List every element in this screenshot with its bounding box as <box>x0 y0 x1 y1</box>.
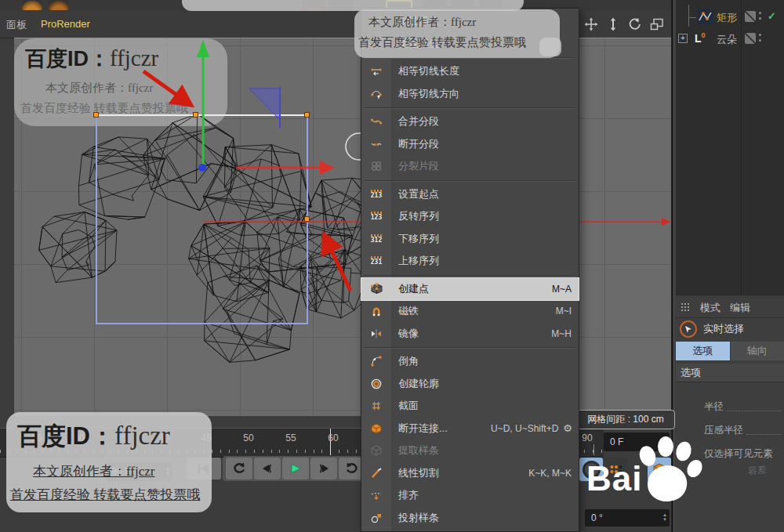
menu-item-bevel[interactable]: 倒角 <box>361 350 579 373</box>
menu-item-move-down-sequence[interactable]: 312 下移序列 <box>361 228 579 251</box>
menu-item-reverse-sequence[interactable]: 123 反转序列 <box>361 205 579 228</box>
menu-item-disconnect[interactable]: 断开连接... U~D, U~Shift+D ⚙ <box>361 418 579 440</box>
options-section-header[interactable]: 选项 <box>676 364 784 382</box>
menu-item-label: 相等切线方向 <box>398 87 459 101</box>
goto-end-icon <box>344 462 360 475</box>
keyframe-dots-button[interactable] <box>604 458 628 481</box>
context-menu: 刚性插值 柔性插值 相等切线长度 相等切线方向 合并分段 断开分段 分裂片段 <box>361 8 579 532</box>
watermark-author-line: 本文原创作者：ffjczr <box>33 462 155 480</box>
rotate-icon[interactable] <box>627 16 643 32</box>
object-name-rectangle[interactable]: 矩形 <box>717 11 737 25</box>
attribute-manager: 模式 编辑 实时选择 选项 轴向 选项 半径 压感半径 仅选择可见元素 容差 <box>676 298 784 532</box>
menu-item-label: 排齐 <box>398 488 419 502</box>
menu-item-shortcut: M~A <box>552 284 579 295</box>
toggle-view-icon[interactable] <box>649 16 665 32</box>
menu-item-label: 下移序列 <box>398 232 439 246</box>
object-name-cloud[interactable]: 云朵 <box>717 33 737 47</box>
pan-icon[interactable] <box>583 16 599 32</box>
am-grid-icon[interactable] <box>681 302 691 313</box>
loop-back-icon <box>231 462 247 475</box>
menu-item-mirror[interactable]: 镜像 M~H <box>361 323 579 346</box>
cloud-object-icon[interactable]: L0 <box>695 31 712 46</box>
magnet-icon <box>361 306 391 317</box>
grid-spacing-value: 网格间距 : 100 cm <box>587 413 663 426</box>
timeline-tick-label: 60 <box>328 432 338 443</box>
end-frame-field[interactable]: 0 F ▲▼ <box>604 432 670 451</box>
menu-item-label: 分裂片段 <box>398 159 439 173</box>
menu-prorender[interactable]: ProRender <box>41 18 90 30</box>
menu-item-equal-tangent-direction[interactable]: 相等切线方向 <box>361 83 579 106</box>
menu-item-label: 磁铁 <box>398 304 419 318</box>
tab-options[interactable]: 选项 <box>676 342 730 360</box>
object-row-cloud[interactable]: + L0 云朵 <box>676 30 784 49</box>
menu-item-equal-tangent-length[interactable]: 相等切线长度 <box>361 60 579 83</box>
layer-icon[interactable] <box>745 11 756 22</box>
layer-icon[interactable] <box>745 33 756 44</box>
linear-cut-icon <box>361 468 391 479</box>
end-frame-value: 0 F <box>610 436 623 447</box>
toolbar-icon[interactable] <box>22 0 42 10</box>
cross-section-icon <box>361 400 391 411</box>
next-frame-button[interactable] <box>310 458 337 480</box>
menu-item-label: 镜像 <box>398 327 419 341</box>
property-radius: 半径 <box>704 398 782 414</box>
visibility-dots-icon[interactable] <box>759 34 761 42</box>
prev-frame-button[interactable] <box>254 458 281 480</box>
am-header: 模式 编辑 <box>676 298 784 318</box>
menu-separator <box>361 273 579 278</box>
menu-item-label: 断开连接... <box>398 422 448 436</box>
menu-item-split-fragment[interactable]: 分裂片段 <box>361 155 579 178</box>
play-button[interactable] <box>282 458 309 480</box>
menu-item-merge-segments[interactable]: 合并分段 <box>361 110 579 133</box>
am-menu-edit[interactable]: 编辑 <box>730 301 750 315</box>
toolbar-icon[interactable] <box>49 0 69 10</box>
menu-panel[interactable]: 面板 <box>6 18 27 32</box>
record-position-button[interactable]: P <box>579 458 603 481</box>
align-icon <box>361 490 391 501</box>
menu-item-extract-spline[interactable]: 提取样条 <box>361 440 579 462</box>
autokey-button[interactable] <box>648 458 671 481</box>
annotation-arrow-1 <box>143 71 190 104</box>
menu-item-project-spline[interactable]: 投射样条 <box>361 507 579 530</box>
menu-item-linear-cut[interactable]: 线性切割 K~K, M~K <box>361 462 579 485</box>
tree-line <box>688 5 689 27</box>
extract-spline-icon <box>361 445 391 456</box>
menu-item-label: 断开分段 <box>398 137 439 151</box>
menu-item-label: 截面 <box>398 399 419 413</box>
property-label: 压感半径 <box>704 424 743 437</box>
menu-item-move-up-sequence[interactable]: 231 上移序列 <box>361 250 579 273</box>
stepper-icon[interactable]: ▲▼ <box>662 436 667 446</box>
timeline-tick-label: 50 <box>243 432 253 443</box>
menu-item-break-segments[interactable]: 断开分段 <box>361 133 579 156</box>
tool-name: 实时选择 <box>703 322 744 336</box>
stepper-icon[interactable]: ▲▼ <box>662 512 667 522</box>
expand-icon[interactable]: + <box>678 34 688 43</box>
disconnect-icon <box>361 423 391 434</box>
zoom-icon[interactable] <box>605 16 621 32</box>
watermark-author-line: 本文原创作者：ffjczr <box>368 15 476 30</box>
tab-axis[interactable]: 轴向 <box>730 342 784 360</box>
property-label: 仅选择可见元素 <box>704 447 773 461</box>
menu-item-cross-section[interactable]: 截面 <box>361 395 579 418</box>
angle-field[interactable]: 0 ° ▲▼ <box>585 509 670 527</box>
spline-object-icon[interactable] <box>697 9 713 24</box>
am-tabs: 选项 轴向 <box>676 342 784 360</box>
move-up-sequence-icon: 231 <box>361 256 391 266</box>
loop-back-button[interactable] <box>226 458 252 480</box>
record-p-icon: P <box>583 461 601 479</box>
menu-item-create-point[interactable]: 创建点 M~A <box>361 278 579 301</box>
visibility-dots-icon[interactable] <box>759 12 761 20</box>
menu-item-align[interactable]: 排齐 <box>361 484 579 507</box>
viewport-nav-icons <box>583 16 665 32</box>
gear-icon[interactable]: ⚙ <box>563 422 572 434</box>
menu-item-label: 设置起点 <box>398 187 439 201</box>
menu-item-create-outline[interactable]: 创建轮廓 <box>361 373 579 396</box>
object-row-rectangle[interactable]: 矩形 ✓ <box>676 8 784 27</box>
menu-item-set-start-point[interactable]: 213 设置起点 <box>361 183 579 206</box>
enabled-check-icon[interactable]: ✓ <box>768 10 776 22</box>
autokey-icon <box>653 463 666 476</box>
timeline-tick-label: 90 <box>582 432 592 443</box>
menu-item-magnet[interactable]: 磁铁 M~I <box>361 300 579 323</box>
am-menu-mode[interactable]: 模式 <box>700 301 720 315</box>
am-tool-row: 实时选择 <box>676 318 784 340</box>
